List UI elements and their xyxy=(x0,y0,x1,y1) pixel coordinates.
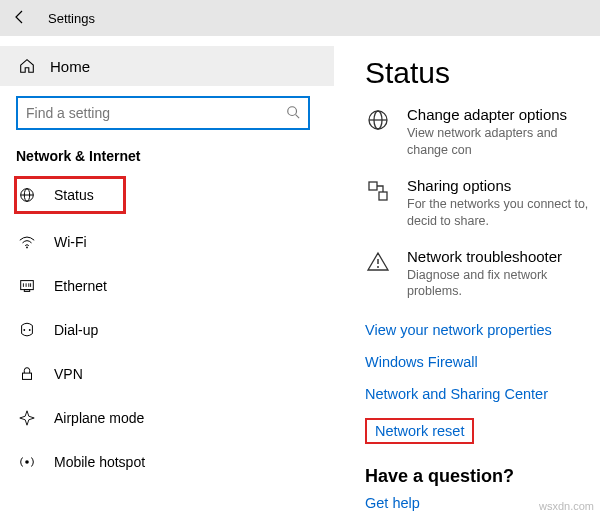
svg-point-13 xyxy=(29,329,31,331)
sidebar-item-label: Status xyxy=(54,187,94,203)
option-title: Change adapter options xyxy=(407,106,600,123)
link-windows-firewall[interactable]: Windows Firewall xyxy=(365,354,600,370)
svg-rect-20 xyxy=(379,192,387,200)
sidebar-item-airplane[interactable]: Airplane mode xyxy=(0,396,334,440)
link-network-reset[interactable]: Network reset xyxy=(365,418,474,444)
sidebar-item-vpn[interactable]: VPN xyxy=(0,352,334,396)
sharing-icon xyxy=(365,179,391,205)
option-sharing[interactable]: Sharing options For the networks you con… xyxy=(365,177,600,230)
option-title: Sharing options xyxy=(407,177,600,194)
sidebar-item-status[interactable]: Status xyxy=(14,176,126,214)
sidebar-item-wifi[interactable]: Wi-Fi xyxy=(0,220,334,264)
warning-icon xyxy=(365,250,391,276)
sidebar-section-title: Network & Internet xyxy=(16,148,334,164)
search-icon xyxy=(286,105,300,122)
watermark: wsxdn.com xyxy=(539,500,594,512)
hotspot-icon xyxy=(18,453,36,471)
sidebar-item-label: Dial-up xyxy=(54,322,98,338)
svg-point-12 xyxy=(23,329,25,331)
svg-rect-7 xyxy=(24,290,29,292)
option-desc: For the networks you connect to, decid t… xyxy=(407,196,600,230)
svg-rect-6 xyxy=(21,281,34,290)
svg-line-1 xyxy=(296,114,300,118)
sidebar-item-label: Airplane mode xyxy=(54,410,144,426)
sidebar-item-label: Mobile hotspot xyxy=(54,454,145,470)
sidebar-item-label: Wi-Fi xyxy=(54,234,87,250)
page-title: Status xyxy=(365,56,600,90)
svg-rect-14 xyxy=(23,373,32,379)
airplane-icon xyxy=(18,409,36,427)
wifi-icon xyxy=(18,233,36,251)
option-adapter[interactable]: Change adapter options View network adap… xyxy=(365,106,600,159)
question-heading: Have a question? xyxy=(365,466,600,487)
sidebar-home-label: Home xyxy=(50,58,90,75)
search-input[interactable] xyxy=(16,96,310,130)
ethernet-icon xyxy=(18,277,36,295)
svg-rect-19 xyxy=(369,182,377,190)
sidebar-item-home[interactable]: Home xyxy=(0,46,334,86)
globe-icon xyxy=(18,186,36,204)
svg-point-22 xyxy=(377,266,379,268)
option-troubleshooter[interactable]: Network troubleshooter Diagnose and fix … xyxy=(365,248,600,301)
vpn-icon xyxy=(18,365,36,383)
option-desc: View network adapters and change con xyxy=(407,125,600,159)
back-icon[interactable] xyxy=(12,9,28,28)
sidebar-item-dialup[interactable]: Dial-up xyxy=(0,308,334,352)
sidebar-item-label: VPN xyxy=(54,366,83,382)
option-title: Network troubleshooter xyxy=(407,248,600,265)
sidebar-item-ethernet[interactable]: Ethernet xyxy=(0,264,334,308)
svg-point-0 xyxy=(288,106,297,115)
sidebar-item-label: Ethernet xyxy=(54,278,107,294)
content: Status Change adapter options View netwo… xyxy=(335,36,600,516)
svg-point-5 xyxy=(26,247,28,249)
titlebar: Settings xyxy=(0,0,600,36)
option-desc: Diagnose and fix network problems. xyxy=(407,267,600,301)
dialup-icon xyxy=(18,321,36,339)
link-sharing-center[interactable]: Network and Sharing Center xyxy=(365,386,600,402)
sidebar-item-hotspot[interactable]: Mobile hotspot xyxy=(0,440,334,484)
search-field[interactable] xyxy=(26,105,286,121)
window-title: Settings xyxy=(48,11,95,26)
link-view-properties[interactable]: View your network properties xyxy=(365,322,600,338)
svg-point-15 xyxy=(25,460,29,464)
home-icon xyxy=(18,57,36,75)
globe-icon xyxy=(365,108,391,134)
sidebar: Home Network & Internet Status xyxy=(0,36,335,516)
